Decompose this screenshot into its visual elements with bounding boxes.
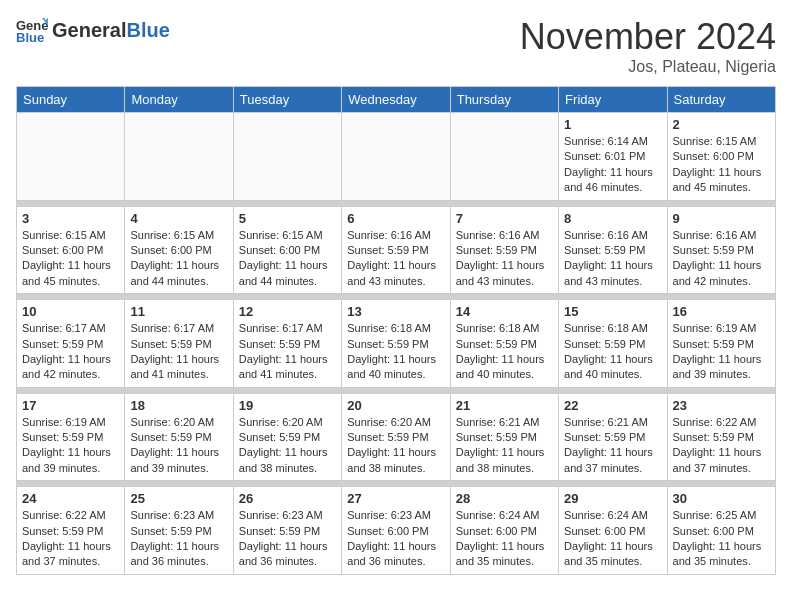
day-info: Sunrise: 6:20 AMSunset: 5:59 PMDaylight:…	[347, 415, 444, 477]
day-info: Sunrise: 6:24 AMSunset: 6:00 PMDaylight:…	[456, 508, 553, 570]
day-number: 30	[673, 491, 770, 506]
day-info: Sunrise: 6:22 AMSunset: 5:59 PMDaylight:…	[22, 508, 119, 570]
day-info: Sunrise: 6:17 AMSunset: 5:59 PMDaylight:…	[22, 321, 119, 383]
day-info: Sunrise: 6:23 AMSunset: 5:59 PMDaylight:…	[239, 508, 336, 570]
day-number: 3	[22, 211, 119, 226]
day-number: 22	[564, 398, 661, 413]
day-number: 23	[673, 398, 770, 413]
calendar-cell-w3d4: 13Sunrise: 6:18 AMSunset: 5:59 PMDayligh…	[342, 300, 450, 388]
day-info: Sunrise: 6:15 AMSunset: 6:00 PMDaylight:…	[239, 228, 336, 290]
calendar-cell-w5d6: 29Sunrise: 6:24 AMSunset: 6:00 PMDayligh…	[559, 487, 667, 575]
day-info: Sunrise: 6:15 AMSunset: 6:00 PMDaylight:…	[130, 228, 227, 290]
week-row-1: 1Sunrise: 6:14 AMSunset: 6:01 PMDaylight…	[17, 113, 776, 201]
day-info: Sunrise: 6:16 AMSunset: 5:59 PMDaylight:…	[673, 228, 770, 290]
week-row-3: 10Sunrise: 6:17 AMSunset: 5:59 PMDayligh…	[17, 300, 776, 388]
week-row-5: 24Sunrise: 6:22 AMSunset: 5:59 PMDayligh…	[17, 487, 776, 575]
calendar-cell-w1d3	[233, 113, 341, 201]
day-number: 19	[239, 398, 336, 413]
day-number: 11	[130, 304, 227, 319]
calendar-header-sunday: Sunday	[17, 87, 125, 113]
calendar-cell-w2d6: 8Sunrise: 6:16 AMSunset: 5:59 PMDaylight…	[559, 206, 667, 294]
calendar-cell-w2d1: 3Sunrise: 6:15 AMSunset: 6:00 PMDaylight…	[17, 206, 125, 294]
week-row-2: 3Sunrise: 6:15 AMSunset: 6:00 PMDaylight…	[17, 206, 776, 294]
location: Jos, Plateau, Nigeria	[520, 58, 776, 76]
logo-blue: Blue	[126, 19, 169, 41]
svg-text:Blue: Blue	[16, 30, 44, 44]
day-number: 6	[347, 211, 444, 226]
day-number: 4	[130, 211, 227, 226]
calendar-cell-w1d2	[125, 113, 233, 201]
calendar-cell-w4d6: 22Sunrise: 6:21 AMSunset: 5:59 PMDayligh…	[559, 393, 667, 481]
day-number: 7	[456, 211, 553, 226]
day-info: Sunrise: 6:19 AMSunset: 5:59 PMDaylight:…	[22, 415, 119, 477]
day-number: 14	[456, 304, 553, 319]
calendar-cell-w4d4: 20Sunrise: 6:20 AMSunset: 5:59 PMDayligh…	[342, 393, 450, 481]
day-info: Sunrise: 6:15 AMSunset: 6:00 PMDaylight:…	[673, 134, 770, 196]
day-number: 18	[130, 398, 227, 413]
day-number: 20	[347, 398, 444, 413]
calendar-cell-w5d1: 24Sunrise: 6:22 AMSunset: 5:59 PMDayligh…	[17, 487, 125, 575]
day-info: Sunrise: 6:21 AMSunset: 5:59 PMDaylight:…	[456, 415, 553, 477]
calendar-cell-w4d2: 18Sunrise: 6:20 AMSunset: 5:59 PMDayligh…	[125, 393, 233, 481]
day-number: 21	[456, 398, 553, 413]
day-number: 16	[673, 304, 770, 319]
day-info: Sunrise: 6:17 AMSunset: 5:59 PMDaylight:…	[130, 321, 227, 383]
day-number: 5	[239, 211, 336, 226]
calendar-cell-w3d2: 11Sunrise: 6:17 AMSunset: 5:59 PMDayligh…	[125, 300, 233, 388]
calendar-cell-w5d2: 25Sunrise: 6:23 AMSunset: 5:59 PMDayligh…	[125, 487, 233, 575]
calendar-header-friday: Friday	[559, 87, 667, 113]
day-number: 26	[239, 491, 336, 506]
day-number: 25	[130, 491, 227, 506]
calendar-cell-w2d3: 5Sunrise: 6:15 AMSunset: 6:00 PMDaylight…	[233, 206, 341, 294]
day-info: Sunrise: 6:14 AMSunset: 6:01 PMDaylight:…	[564, 134, 661, 196]
day-number: 13	[347, 304, 444, 319]
calendar-cell-w2d5: 7Sunrise: 6:16 AMSunset: 5:59 PMDaylight…	[450, 206, 558, 294]
calendar-cell-w1d4	[342, 113, 450, 201]
calendar-cell-w1d6: 1Sunrise: 6:14 AMSunset: 6:01 PMDaylight…	[559, 113, 667, 201]
day-number: 28	[456, 491, 553, 506]
day-number: 2	[673, 117, 770, 132]
day-info: Sunrise: 6:20 AMSunset: 5:59 PMDaylight:…	[130, 415, 227, 477]
calendar-header-monday: Monday	[125, 87, 233, 113]
day-info: Sunrise: 6:16 AMSunset: 5:59 PMDaylight:…	[564, 228, 661, 290]
calendar-header-row: SundayMondayTuesdayWednesdayThursdayFrid…	[17, 87, 776, 113]
calendar-cell-w2d7: 9Sunrise: 6:16 AMSunset: 5:59 PMDaylight…	[667, 206, 775, 294]
day-info: Sunrise: 6:24 AMSunset: 6:00 PMDaylight:…	[564, 508, 661, 570]
day-info: Sunrise: 6:19 AMSunset: 5:59 PMDaylight:…	[673, 321, 770, 383]
day-number: 12	[239, 304, 336, 319]
day-number: 24	[22, 491, 119, 506]
calendar-header-saturday: Saturday	[667, 87, 775, 113]
week-row-4: 17Sunrise: 6:19 AMSunset: 5:59 PMDayligh…	[17, 393, 776, 481]
day-info: Sunrise: 6:25 AMSunset: 6:00 PMDaylight:…	[673, 508, 770, 570]
day-info: Sunrise: 6:18 AMSunset: 5:59 PMDaylight:…	[564, 321, 661, 383]
day-info: Sunrise: 6:23 AMSunset: 5:59 PMDaylight:…	[130, 508, 227, 570]
calendar-header-thursday: Thursday	[450, 87, 558, 113]
logo-general: General	[52, 19, 126, 41]
day-number: 1	[564, 117, 661, 132]
day-number: 8	[564, 211, 661, 226]
calendar-cell-w1d1	[17, 113, 125, 201]
logo: General Blue GeneralBlue	[16, 16, 170, 44]
calendar-cell-w5d3: 26Sunrise: 6:23 AMSunset: 5:59 PMDayligh…	[233, 487, 341, 575]
calendar-cell-w4d7: 23Sunrise: 6:22 AMSunset: 5:59 PMDayligh…	[667, 393, 775, 481]
calendar-cell-w1d5	[450, 113, 558, 201]
day-number: 9	[673, 211, 770, 226]
calendar-cell-w3d7: 16Sunrise: 6:19 AMSunset: 5:59 PMDayligh…	[667, 300, 775, 388]
calendar-cell-w2d4: 6Sunrise: 6:16 AMSunset: 5:59 PMDaylight…	[342, 206, 450, 294]
day-info: Sunrise: 6:22 AMSunset: 5:59 PMDaylight:…	[673, 415, 770, 477]
calendar-cell-w1d7: 2Sunrise: 6:15 AMSunset: 6:00 PMDaylight…	[667, 113, 775, 201]
day-info: Sunrise: 6:15 AMSunset: 6:00 PMDaylight:…	[22, 228, 119, 290]
day-number: 27	[347, 491, 444, 506]
calendar-table: SundayMondayTuesdayWednesdayThursdayFrid…	[16, 86, 776, 575]
calendar-cell-w4d1: 17Sunrise: 6:19 AMSunset: 5:59 PMDayligh…	[17, 393, 125, 481]
day-info: Sunrise: 6:20 AMSunset: 5:59 PMDaylight:…	[239, 415, 336, 477]
day-info: Sunrise: 6:18 AMSunset: 5:59 PMDaylight:…	[456, 321, 553, 383]
day-info: Sunrise: 6:21 AMSunset: 5:59 PMDaylight:…	[564, 415, 661, 477]
title-block: November 2024 Jos, Plateau, Nigeria	[520, 16, 776, 76]
calendar-cell-w5d7: 30Sunrise: 6:25 AMSunset: 6:00 PMDayligh…	[667, 487, 775, 575]
calendar-cell-w2d2: 4Sunrise: 6:15 AMSunset: 6:00 PMDaylight…	[125, 206, 233, 294]
calendar-cell-w3d3: 12Sunrise: 6:17 AMSunset: 5:59 PMDayligh…	[233, 300, 341, 388]
day-number: 17	[22, 398, 119, 413]
calendar-cell-w5d4: 27Sunrise: 6:23 AMSunset: 6:00 PMDayligh…	[342, 487, 450, 575]
calendar-header-tuesday: Tuesday	[233, 87, 341, 113]
